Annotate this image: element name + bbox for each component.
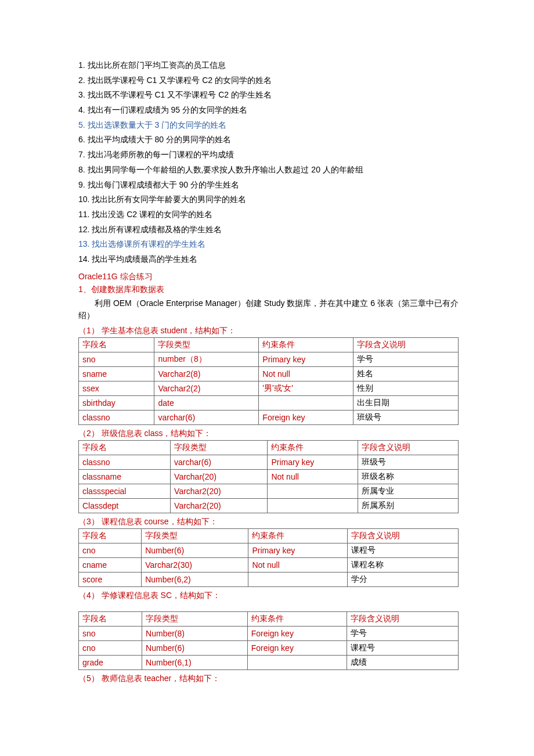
table-row: sbirthdaydate出生日期	[79, 396, 459, 411]
table-cell: 出生日期	[353, 396, 458, 411]
question-list: 1. 找出比所在部门平均工资高的员工信息2. 找出既学课程号 C1 又学课程号 …	[78, 58, 459, 267]
table-cell: Foreign key	[247, 627, 347, 641]
table-cell: 所属系别	[358, 499, 458, 513]
question-item: 13. 找出选修课所有课程的学生姓名	[78, 237, 459, 252]
col-constraint: 约束条件	[268, 441, 358, 455]
table-cell: 学分	[348, 573, 459, 587]
table-cell: 性别	[353, 381, 458, 396]
table-cell	[247, 656, 347, 670]
col-type: 字段类型	[142, 529, 248, 543]
table-cell: varchar(6)	[171, 455, 268, 470]
intro-text: 利用 OEM（Oracle Enterprise Manager）创建 Stud…	[78, 298, 459, 321]
table-cell: Varchar(20)	[171, 470, 268, 484]
table-cell: classno	[79, 411, 154, 425]
table-cell: 班级名称	[358, 470, 458, 484]
table-header-row: 字段名 字段类型 约束条件 字段含义说明	[79, 529, 459, 543]
table-row: gradeNumber(6,1)成绩	[79, 656, 459, 670]
question-item: 4. 找出有一们课程成绩为 95 分的女同学的姓名	[78, 103, 459, 118]
table-header-row: 字段名 字段类型 约束条件 字段含义说明	[79, 338, 459, 352]
question-number: 13.	[78, 239, 92, 249]
col-desc: 字段含义说明	[347, 612, 458, 627]
question-text: 找出有一们课程成绩为 95 分的女同学的姓名	[88, 105, 247, 114]
table-cell: Number(6)	[142, 543, 248, 558]
table-cell: Primary key	[248, 543, 348, 558]
table-cell: classname	[79, 470, 171, 484]
table3-title: （3） 课程信息表 course，结构如下：	[78, 517, 459, 527]
question-number: 6.	[78, 135, 88, 144]
table-course: 字段名 字段类型 约束条件 字段含义说明 cnoNumber(6)Primary…	[78, 528, 459, 587]
col-field: 字段名	[79, 441, 171, 455]
table-cell: 班级号	[358, 455, 458, 470]
table-cell: cno	[79, 543, 142, 558]
table-cell: cno	[79, 641, 142, 656]
table-cell: Number(8)	[142, 627, 248, 641]
question-number: 14.	[78, 254, 92, 264]
table-cell: Varchar2(8)	[154, 367, 259, 381]
table-student: 字段名 字段类型 约束条件 字段含义说明 snonumber（8）Primary…	[78, 337, 459, 425]
question-item: 7. 找出冯老师所教的每一门课程的平均成绩	[78, 147, 459, 163]
question-number: 5.	[78, 120, 88, 129]
col-desc: 字段含义说明	[353, 338, 458, 352]
question-number: 2.	[78, 75, 88, 85]
col-type: 字段类型	[142, 612, 248, 627]
table-cell: Not null	[259, 367, 353, 381]
table-cell	[268, 499, 358, 513]
table-cell: score	[79, 573, 142, 587]
col-desc: 字段含义说明	[348, 529, 459, 543]
question-number: 10.	[78, 195, 92, 204]
table-cell: Not null	[248, 558, 348, 573]
question-item: 1. 找出比所在部门平均工资高的员工信息	[78, 58, 459, 73]
question-text: 找出比所在部门平均工资高的员工信息	[88, 60, 226, 70]
question-item: 10. 找出比所有女同学年龄要大的男同学的姓名	[78, 192, 459, 207]
table-row: snonumber（8）Primary key学号	[79, 352, 459, 367]
question-number: 1.	[78, 60, 88, 70]
table-cell: 成绩	[347, 656, 458, 670]
table-header-row: 字段名 字段类型 约束条件 字段含义说明	[79, 441, 459, 455]
table-cell: 班级号	[353, 411, 458, 425]
table-cell: Number(6,1)	[142, 656, 248, 670]
table-cell: Foreign key	[259, 411, 353, 425]
table-cell	[259, 396, 353, 411]
table-cell: ssex	[79, 381, 154, 396]
question-item: 6. 找出平均成绩大于 80 分的男同学的姓名	[78, 132, 459, 147]
question-text: 找出既学课程号 C1 又学课程号 C2 的女同学的姓名	[88, 75, 272, 85]
table-cell: Not null	[268, 470, 358, 484]
table-cell	[268, 484, 358, 499]
question-text: 找出比所有女同学年龄要大的男同学的姓名	[92, 195, 246, 204]
question-text: 找出没选 C2 课程的女同学的姓名	[92, 210, 212, 219]
table-cell: sno	[79, 352, 154, 367]
table-row: snoNumber(8)Foreign key学号	[79, 627, 459, 641]
document-page: 1. 找出比所在部门平均工资高的员工信息2. 找出既学课程号 C1 又学课程号 …	[0, 0, 534, 720]
col-constraint: 约束条件	[259, 338, 353, 352]
question-number: 4.	[78, 105, 88, 114]
table-row: snameVarchar2(8)Not null姓名	[79, 367, 459, 381]
table-row: classnovarchar(6)Foreign key班级号	[79, 411, 459, 425]
question-item: 11. 找出没选 C2 课程的女同学的姓名	[78, 207, 459, 222]
table-cell: Primary key	[268, 455, 358, 470]
table-cell: cname	[79, 558, 142, 573]
table-row: scoreNumber(6,2)学分	[79, 573, 459, 587]
table-class: 字段名 字段类型 约束条件 字段含义说明 classnovarchar(6)Pr…	[78, 440, 459, 513]
table-cell: '男'或'女'	[259, 381, 353, 396]
table-cell: Varchar2(20)	[171, 499, 268, 513]
col-type: 字段类型	[154, 338, 259, 352]
table-cell: sname	[79, 367, 154, 381]
col-constraint: 约束条件	[247, 612, 347, 627]
question-number: 11.	[78, 210, 92, 219]
question-number: 9.	[78, 180, 88, 189]
col-constraint: 约束条件	[248, 529, 348, 543]
table-row: classnovarchar(6)Primary key班级号	[79, 455, 459, 470]
question-item: 5. 找出选课数量大于 3 门的女同学的姓名	[78, 118, 459, 133]
table-cell: Varchar2(2)	[154, 381, 259, 396]
table5-title: （5） 教师信息表 teacher，结构如下：	[78, 674, 459, 684]
table-cell: classno	[79, 455, 171, 470]
table-row: ssexVarchar2(2)'男'或'女'性别	[79, 381, 459, 396]
table-sc: 字段名 字段类型 约束条件 字段含义说明 snoNumber(8)Foreign…	[78, 611, 459, 670]
col-desc: 字段含义说明	[358, 441, 458, 455]
table-header-row: 字段名 字段类型 约束条件 字段含义说明	[79, 612, 459, 627]
question-text: 找出每门课程成绩都大于 90 分的学生姓名	[88, 180, 239, 189]
table-cell	[248, 573, 348, 587]
table-row: cnameVarchar2(30)Not null课程名称	[79, 558, 459, 573]
table-cell: Primary key	[259, 352, 353, 367]
question-item: 9. 找出每门课程成绩都大于 90 分的学生姓名	[78, 178, 459, 193]
